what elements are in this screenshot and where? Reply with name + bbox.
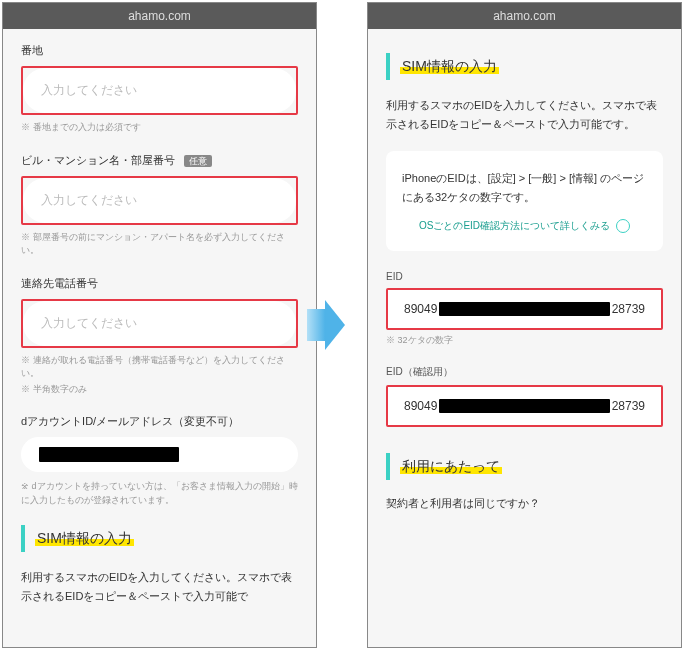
section-sim-title-r: SIM情報の入力: [400, 58, 499, 74]
help-building: ※ 部屋番号の前にマンション・アパート名を必ず入力してください。: [21, 231, 298, 258]
help-phone-2: ※ 半角数字のみ: [21, 383, 298, 397]
input-daccount-readonly: [21, 437, 298, 472]
eid-redacted: [439, 302, 609, 316]
input-wrap-eid: 89049 28739: [386, 288, 663, 330]
help-eid: ※ 32ケタの数字: [386, 334, 663, 348]
section-sim-info: SIM情報の入力: [21, 525, 298, 552]
input-building[interactable]: 入力してください: [23, 178, 296, 223]
eid-info-text: iPhoneのEIDは、[設定] > [一般] > [情報] のページにある32…: [402, 169, 647, 206]
input-wrap-building: 入力してください: [21, 176, 298, 225]
section-usage-title: 利用にあたって: [400, 458, 502, 474]
label-eid-confirm: EID（確認用）: [386, 365, 663, 379]
input-eid-confirm[interactable]: 89049 28739: [388, 387, 661, 425]
redacted-email: [39, 447, 179, 462]
eid2-redacted: [439, 399, 609, 413]
sim-content: SIM情報の入力 利用するスマホのEIDを入力してください。スマホで表示されるE…: [368, 29, 681, 647]
optional-badge: 任意: [184, 155, 212, 167]
screen-sim-info: ahamo.com SIM情報の入力 利用するスマホのEIDを入力してください。…: [367, 2, 682, 648]
section-usage: 利用にあたって: [386, 453, 663, 480]
section-sim-info-r: SIM情報の入力: [386, 53, 663, 80]
label-eid: EID: [386, 271, 663, 282]
help-phone-1: ※ 連絡が取れる電話番号（携帯電話番号など）を入力してください。: [21, 354, 298, 381]
section-sim-title: SIM情報の入力: [35, 530, 134, 546]
label-building-text: ビル・マンション名・部屋番号: [21, 154, 175, 166]
url-bar-right: ahamo.com: [368, 3, 681, 29]
eid-info-box: iPhoneのEIDは、[設定] > [一般] > [情報] のページにある32…: [386, 151, 663, 250]
form-content: 番地 入力してください ※ 番地までの入力は必須です ビル・マンション名・部屋番…: [3, 29, 316, 647]
screen-address-form: ahamo.com 番地 入力してください ※ 番地までの入力は必須です ビル・…: [2, 2, 317, 648]
question-same-user: 契約者と利用者は同じですか？: [386, 496, 663, 511]
label-phone: 連絡先電話番号: [21, 276, 298, 291]
eid-howto-link[interactable]: OSごとのEID確認方法について詳しくみる: [402, 219, 647, 233]
label-building: ビル・マンション名・部屋番号 任意: [21, 153, 298, 168]
arrow-icon: [325, 300, 345, 350]
sim-desc-r: 利用するスマホのEIDを入力してください。スマホで表示されるEIDをコピー＆ペー…: [386, 96, 663, 133]
label-street-number: 番地: [21, 43, 298, 58]
eid-prefix: 89049: [404, 302, 437, 316]
eid2-suffix: 28739: [612, 399, 645, 413]
input-wrap-eid-confirm: 89049 28739: [386, 385, 663, 427]
sim-desc: 利用するスマホのEIDを入力してください。スマホで表示されるEIDをコピー＆ペー…: [21, 568, 298, 605]
url-bar: ahamo.com: [3, 3, 316, 29]
input-wrap-street: 入力してください: [21, 66, 298, 115]
input-eid[interactable]: 89049 28739: [388, 290, 661, 328]
label-daccount: dアカウントID/メールアドレス（変更不可）: [21, 414, 298, 429]
eid-suffix: 28739: [612, 302, 645, 316]
input-wrap-phone: 入力してください: [21, 299, 298, 348]
input-phone[interactable]: 入力してください: [23, 301, 296, 346]
eid2-prefix: 89049: [404, 399, 437, 413]
help-street: ※ 番地までの入力は必須です: [21, 121, 298, 135]
help-daccount: ※ dアカウントを持っていない方は、「お客さま情報入力の開始」時に入力したものが…: [21, 480, 298, 507]
input-street-number[interactable]: 入力してください: [23, 68, 296, 113]
